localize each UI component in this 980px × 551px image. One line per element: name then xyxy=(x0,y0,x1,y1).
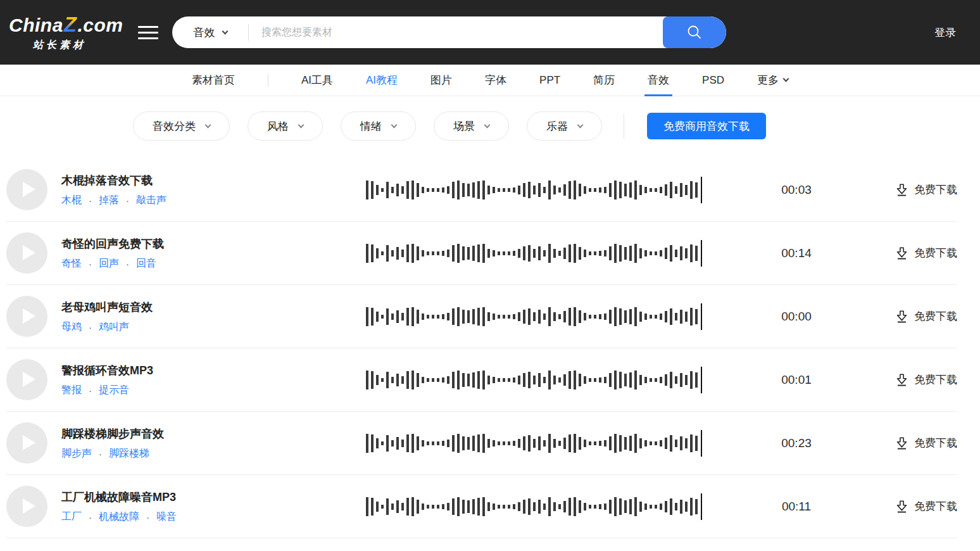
tag-link[interactable]: 敲击声 xyxy=(136,194,166,207)
waveform-bar xyxy=(695,182,698,198)
waveform-bar xyxy=(558,441,561,446)
sound-info: 工厂机械故障噪音MP3 工厂·机械故障·噪音 xyxy=(61,490,366,524)
play-button[interactable] xyxy=(6,422,47,464)
download-link[interactable]: 免费下载 xyxy=(895,246,957,260)
waveform-bar xyxy=(376,248,379,258)
nav-item-3[interactable]: 图片 xyxy=(430,65,452,96)
waveform-bar xyxy=(538,246,541,260)
tag-link[interactable]: 鸡叫声 xyxy=(99,320,129,334)
waveform-bar xyxy=(381,251,384,255)
tag-separator: · xyxy=(89,195,92,206)
search-button[interactable] xyxy=(663,16,726,48)
sound-info: 老母鸡叫声短音效 母鸡·鸡叫声 xyxy=(61,300,366,334)
waveform-bar xyxy=(401,313,404,320)
waveform-bar xyxy=(432,505,434,509)
nav-item-1[interactable]: AI工具 xyxy=(301,65,333,96)
search-category-dropdown[interactable]: 音效 xyxy=(172,25,248,40)
sound-row: 老母鸡叫声短音效 母鸡·鸡叫声 00:00 免费下载 xyxy=(6,285,957,348)
waveform-bar xyxy=(589,505,591,509)
waveform-bar xyxy=(629,182,632,198)
nav-item-5[interactable]: PPT xyxy=(539,65,560,96)
waveform-bar xyxy=(386,372,389,388)
waveform-bar xyxy=(533,186,536,194)
filter-dropdown-mood[interactable]: 情绪 xyxy=(341,111,416,141)
download-link[interactable]: 免费下载 xyxy=(895,309,957,324)
waveform-bar xyxy=(422,377,424,383)
nav-item-0[interactable]: 素材首页 xyxy=(192,65,235,96)
nav-item-9[interactable]: 更多 xyxy=(757,65,788,96)
tag-link[interactable]: 噪音 xyxy=(156,510,177,524)
tag-link[interactable]: 母鸡 xyxy=(61,320,82,334)
waveform-bar xyxy=(660,377,662,383)
tag-link[interactable]: 脚步声 xyxy=(61,447,92,460)
waveform-bar xyxy=(498,441,500,445)
tag-link[interactable]: 机械故障 xyxy=(99,510,139,524)
nav-item-4[interactable]: 字体 xyxy=(485,65,506,96)
sound-title[interactable]: 工厂机械故障噪音MP3 xyxy=(61,490,366,505)
waveform-bar xyxy=(584,440,586,447)
play-button[interactable] xyxy=(6,232,47,274)
sound-title[interactable]: 木棍掉落音效下载 xyxy=(61,173,366,188)
login-link[interactable]: 登录 xyxy=(934,25,956,40)
filter-dropdown-scene[interactable]: 场景 xyxy=(434,111,509,141)
waveform-bar xyxy=(548,307,551,326)
play-button[interactable] xyxy=(6,169,47,210)
waveform-bar xyxy=(411,244,414,263)
waveform-bar xyxy=(493,187,495,193)
waveform-bar xyxy=(675,376,677,384)
waveform[interactable] xyxy=(366,302,701,331)
waveform-bar xyxy=(695,246,698,261)
tag-link[interactable]: 奇怪 xyxy=(61,257,82,270)
waveform-bar xyxy=(467,310,470,323)
sound-title[interactable]: 警报循环音效MP3 xyxy=(61,363,366,378)
sound-title[interactable]: 奇怪的回声免费下载 xyxy=(61,236,366,251)
tag-link[interactable]: 工厂 xyxy=(61,510,82,524)
filter-dropdown-instrument[interactable]: 乐器 xyxy=(527,111,602,141)
download-link[interactable]: 免费下载 xyxy=(895,182,957,197)
download-link[interactable]: 免费下载 xyxy=(895,499,957,514)
filter-dropdown-category[interactable]: 音效分类 xyxy=(133,111,230,141)
logo-z-mark: Z xyxy=(63,13,78,36)
tag-link[interactable]: 回音 xyxy=(136,257,156,270)
download-link[interactable]: 免费下载 xyxy=(895,436,957,450)
waveform-bar xyxy=(503,315,505,319)
play-button[interactable] xyxy=(6,359,47,400)
sound-title[interactable]: 老母鸡叫声短音效 xyxy=(61,300,366,315)
waveform-bar xyxy=(538,500,541,514)
tag-link[interactable]: 提示音 xyxy=(99,384,129,397)
nav-item-2[interactable]: AI教程 xyxy=(366,65,398,96)
hamburger-menu-icon[interactable] xyxy=(138,22,158,43)
download-link[interactable]: 免费下载 xyxy=(895,372,957,387)
waveform-bar xyxy=(680,500,682,514)
filter-dropdown-style[interactable]: 风格 xyxy=(248,111,323,141)
tag-link[interactable]: 木棍 xyxy=(61,194,82,207)
waveform-bar xyxy=(543,314,546,320)
waveform-bar xyxy=(457,434,460,453)
waveform[interactable] xyxy=(366,175,701,205)
tag-link[interactable]: 掉落 xyxy=(99,194,119,207)
waveform[interactable] xyxy=(366,492,701,521)
play-button[interactable] xyxy=(6,486,47,527)
nav-item-7[interactable]: 音效 xyxy=(648,65,669,96)
waveform-bar xyxy=(563,501,566,512)
tag-list: 奇怪·回声·回音 xyxy=(61,257,366,270)
waveform[interactable] xyxy=(366,239,701,268)
waveform-bar xyxy=(462,500,465,514)
nav-item-6[interactable]: 简历 xyxy=(593,65,615,96)
tag-link[interactable]: 脚踩楼梯 xyxy=(109,447,149,460)
site-logo[interactable]: ChinaZ.com 站长素材 xyxy=(9,13,110,52)
free-commercial-download-button[interactable]: 免费商用音效下载 xyxy=(647,113,766,139)
waveform-bar xyxy=(498,315,500,319)
waveform-bar xyxy=(670,372,672,388)
waveform-bar xyxy=(655,251,657,255)
waveform[interactable] xyxy=(366,365,701,395)
tag-link[interactable]: 回声 xyxy=(99,257,119,270)
tag-link[interactable]: 警报 xyxy=(61,384,82,397)
sound-title[interactable]: 脚踩楼梯脚步声音效 xyxy=(61,426,366,441)
nav-item-label: 简历 xyxy=(593,73,615,87)
search-input[interactable] xyxy=(249,16,663,48)
waveform-bar xyxy=(422,440,424,446)
play-button[interactable] xyxy=(6,296,47,337)
waveform[interactable] xyxy=(366,429,701,458)
nav-item-8[interactable]: PSD xyxy=(702,65,724,96)
